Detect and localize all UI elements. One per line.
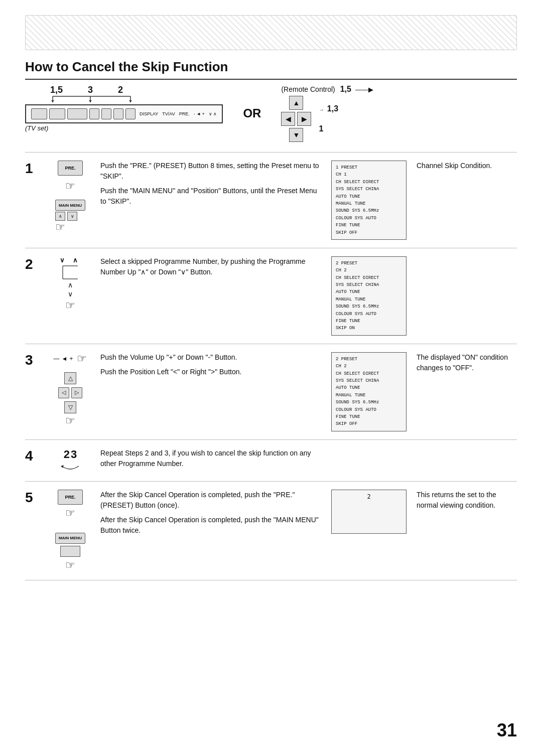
- step-3-icons: — ◄ + ☞ △ ◁ ▷ ▽ ☞: [50, 352, 90, 427]
- step-5-condition: This returns the set to the normal viewi…: [417, 490, 517, 511]
- step-2-text1: Select a skipped Programme Number, by pu…: [100, 256, 321, 277]
- s1-l8: COLOUR SYS AUTO: [336, 215, 402, 222]
- icon-23: 2 3: [64, 448, 77, 461]
- or-label: OR: [243, 106, 261, 120]
- step-2-text: Select a skipped Programme Number, by pu…: [100, 256, 321, 281]
- step-5-condition-text: This returns the set to the normal viewi…: [417, 491, 496, 509]
- s2-l4: SYS SELECT CHINA: [336, 281, 402, 288]
- step-5-row: 5 PRE. ☞ MAIN MENU ☞ After the Skip Canc…: [25, 481, 517, 580]
- s2-l3: CH SELECT DIRECT: [336, 274, 402, 281]
- step-4-icons: 2 3: [50, 448, 90, 473]
- remote-title: (Remote Control) 1,5 ——▶: [281, 85, 373, 94]
- step-1-text2: Push the "MAIN MENU" and "Position" Butt…: [100, 186, 321, 207]
- step-4-text: Repeat Steps 2 and 3, if you wish to can…: [100, 448, 321, 473]
- top-decoration: [25, 15, 517, 50]
- s5-empty: [336, 500, 402, 530]
- step-4-number: 4: [25, 448, 40, 464]
- svg-marker-4: [51, 100, 54, 102]
- main-menu-btn-icon: MAIN MENU: [55, 200, 85, 211]
- s2-l5: AUTO TUNE: [336, 288, 402, 295]
- vol-minus-label: —: [54, 355, 60, 362]
- step-3-screen: 2 PRESET CH 2 CH SELECT DIRECT SYS SELEC…: [331, 352, 406, 431]
- s3-l9: FINE TUNE: [336, 413, 402, 420]
- s3-l6: MANUAL TUNE: [336, 392, 402, 399]
- remote-step1-label: 1,5: [340, 85, 351, 93]
- s1-l6: MANUAL TUNE: [336, 200, 402, 207]
- s3-l5: AUTO TUNE: [336, 384, 402, 391]
- tv-btn-minus: [89, 108, 99, 119]
- tv-label-display: DISPLAY: [140, 111, 158, 116]
- s5-l1: 2: [336, 493, 402, 500]
- step-1-condition-text: Channel Skip Condition.: [417, 162, 492, 170]
- bracket-icon: [58, 265, 83, 280]
- step-1-condition: Channel Skip Condition.: [417, 161, 517, 171]
- pos-left-btn: ◁: [58, 387, 69, 398]
- remote-step2-label: → 1,3: [319, 104, 338, 113]
- remote-down-btn: ▼: [289, 128, 303, 142]
- pos-up-btn: △: [64, 372, 76, 384]
- s2-l1: 2 PRESET: [336, 260, 402, 267]
- vol-plus-label: +: [69, 355, 73, 362]
- down-arrow-icon: ∨: [68, 290, 73, 298]
- s2-l7: SOUND SYS 6.5MHz: [336, 303, 402, 310]
- step-3-text: Push the Volume Up "+" or Down "-" Butto…: [100, 352, 321, 381]
- hand-icon-1: ☞: [65, 180, 75, 193]
- main-menu-icon-area: MAIN MENU ∧ ∨ ☞: [55, 200, 85, 234]
- s1-l9: FINE TUNE: [336, 222, 402, 229]
- remote-diagram: ▲ ◀ ▶ ▼ → 1,3 1: [281, 96, 373, 142]
- screen-mock-3: 2 PRESET CH 2 CH SELECT DIRECT SYS SELEC…: [331, 352, 406, 431]
- hand-icon-3a: ☞: [77, 352, 87, 365]
- step-4-row: 4 2 3 Repeat Steps 2 and 3, if you wish …: [25, 439, 517, 481]
- s1-l5: AUTO TUNE: [336, 193, 402, 200]
- s1-l10: SKIP OFF: [336, 229, 402, 236]
- remote-right-btn: ▶: [297, 112, 311, 126]
- s1-l1: 1 PRESET: [336, 164, 402, 171]
- step-5-icons: PRE. ☞ MAIN MENU ☞: [50, 490, 90, 572]
- step-2-screen: 2 PRESET CH 2 CH SELECT DIRECT SYS SELEC…: [331, 256, 406, 336]
- tv-btn-tvav: [49, 108, 65, 119]
- tv-btn-plus: [101, 108, 111, 119]
- tv-label-tvav: TV/AV: [162, 111, 175, 116]
- s3-l2: CH 2: [336, 363, 402, 370]
- step-5-text1: After the Skip Cancel Operation is compl…: [100, 490, 321, 511]
- step-3-number: 3: [25, 352, 40, 368]
- s2-l6: MANUAL TUNE: [336, 296, 402, 303]
- pos-right-btn: ▷: [71, 387, 82, 398]
- step-5-number: 5: [25, 490, 40, 506]
- step-5-text2: After the Skip Cancel Operation is compl…: [100, 515, 321, 536]
- step-3-condition-text: The displayed "ON" condition changes to …: [417, 353, 508, 372]
- s3-l4: SYS SELECT CHINA: [336, 377, 402, 384]
- step-3-text2: Push the Position Left "<" or Right ">" …: [100, 367, 321, 377]
- s1-l4: SYS SELECT CHINA: [336, 186, 402, 193]
- s3-l8: COLOUR SYS AUTO: [336, 406, 402, 413]
- main-menu-btn-icon-5: MAIN MENU: [55, 533, 85, 544]
- tv-label-pre: PRE.: [179, 111, 190, 116]
- step-1-text1: Push the "PRE." (PRESET) Button 8 times,…: [100, 161, 321, 182]
- s1-l3: CH SELECT DIRECT: [336, 179, 402, 186]
- step-3-condition: The displayed "ON" condition changes to …: [417, 352, 517, 373]
- intro-diagram: 1,5 3 2: [25, 85, 517, 142]
- vol-speaker-icon: ◄: [62, 355, 68, 362]
- screen-mock-1: 1 PRESET CH 1 CH SELECT DIRECT SYS SELEC…: [331, 161, 406, 240]
- page-title: How to Cancel the Skip Function: [25, 59, 517, 80]
- tv-panel-area: 1,5 3 2: [25, 85, 223, 132]
- pre-button-icon-5: PRE.: [58, 490, 83, 505]
- step-3-row: 3 — ◄ + ☞ △ ◁ ▷ ▽: [25, 344, 517, 439]
- hand-icon-5b: ☞: [65, 559, 75, 572]
- remote-label: (Remote Control): [281, 85, 335, 93]
- step-2-row: 2 ∨ ∧ ∧ ∨ ☞ Select a skipped Programme N…: [25, 248, 517, 344]
- step-5-text: After the Skip Cancel Operation is compl…: [100, 490, 321, 540]
- steps-container: 1 PRE. ☞ MAIN MENU ∧ ∨ ☞ Push the "PRE."…: [25, 152, 517, 580]
- pos-down-btn: ▽: [64, 401, 76, 413]
- s1-l7: SOUND SYS 6.5MHz: [336, 207, 402, 214]
- tv-label-1: 1,5: [50, 85, 63, 95]
- screen-mock-5: 2: [331, 490, 406, 534]
- down-btn-small: ∨: [67, 212, 77, 221]
- menu-box-icon: [60, 546, 80, 557]
- tv-btn-v: [113, 108, 123, 119]
- step-1-number: 1: [25, 161, 40, 177]
- hand-icon-1b: ☞: [55, 221, 85, 234]
- step-1-text: Push the "PRE." (PRESET) Button 8 times,…: [100, 161, 321, 211]
- step-1-row: 1 PRE. ☞ MAIN MENU ∧ ∨ ☞ Push the "PRE."…: [25, 152, 517, 248]
- pre-button-icon: PRE.: [58, 161, 83, 176]
